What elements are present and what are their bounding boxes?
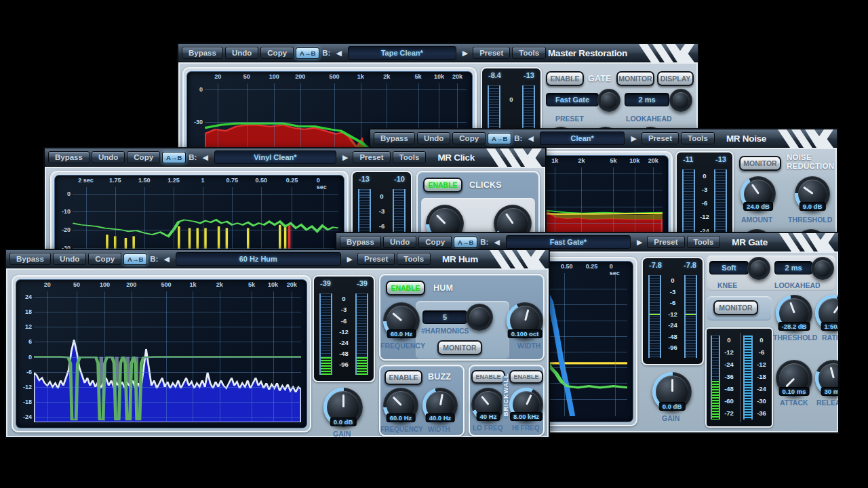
waves-logo-icon xyxy=(778,233,835,251)
next-preset-button[interactable]: ▶ xyxy=(634,237,645,248)
buzz-frequency-knob[interactable]: 60.0 Hz xyxy=(383,388,418,423)
prev-preset-button[interactable]: ◀ xyxy=(199,152,210,163)
next-preset-button[interactable]: ▶ xyxy=(340,152,351,163)
hum-enable-button[interactable]: ENABLE xyxy=(386,281,425,296)
brickwall-lo-enable-button[interactable]: ENABLE xyxy=(471,370,505,384)
attack-label: ATTACK xyxy=(780,399,808,407)
gain-knob[interactable]: 0.0 dB xyxy=(323,388,363,427)
next-preset-button[interactable]: ▶ xyxy=(628,133,639,144)
bypass-button[interactable]: Bypass xyxy=(48,151,90,163)
next-preset-button[interactable]: ▶ xyxy=(460,47,471,59)
copy-button[interactable]: Copy xyxy=(452,132,486,144)
hum-monitor-button[interactable]: MONITOR xyxy=(437,340,482,355)
preset-field[interactable]: Tape Clean* xyxy=(348,46,456,60)
bypass-button[interactable]: Bypass xyxy=(9,253,51,265)
gate-display-button[interactable]: DISPLAY xyxy=(657,71,694,86)
undo-button[interactable]: Undo xyxy=(383,236,416,248)
ab-compare-button[interactable]: A→B xyxy=(488,133,511,144)
gate-monitor-button[interactable]: MONITOR xyxy=(616,71,654,86)
buzz-enable-button[interactable]: ENABLE xyxy=(384,370,422,385)
hum-width-knob[interactable]: 0.100 oct xyxy=(507,302,543,339)
preset-menu-button[interactable]: Preset xyxy=(473,47,510,59)
prev-preset-button[interactable]: ◀ xyxy=(491,237,502,248)
buzz-width-knob[interactable]: 40.0 Hz xyxy=(422,388,458,423)
tools-menu-button[interactable]: Tools xyxy=(687,236,721,248)
amount-knob[interactable]: 24.0 dB xyxy=(741,176,776,211)
next-preset-button[interactable]: ▶ xyxy=(344,253,355,265)
tick-label: 20 xyxy=(214,73,221,80)
brickwall-hi-enable-button[interactable]: ENABLE xyxy=(509,370,543,384)
tick-label: -30 xyxy=(757,397,766,405)
ab-compare-button[interactable]: A→B xyxy=(162,152,186,163)
preset-field[interactable]: 60 Hz Hum xyxy=(176,252,341,266)
hi-freq-knob[interactable]: 8.00 kHz xyxy=(509,388,543,422)
bypass-button[interactable]: Bypass xyxy=(340,236,381,248)
preset-menu-button[interactable]: Preset xyxy=(357,253,395,265)
undo-button[interactable]: Undo xyxy=(53,253,86,265)
knee-knob[interactable] xyxy=(747,257,770,280)
tick-label: -24 xyxy=(668,321,677,329)
preset-field[interactable]: Clean* xyxy=(540,131,625,145)
preset-menu-button[interactable]: Preset xyxy=(353,151,390,163)
prev-preset-button[interactable]: ◀ xyxy=(525,133,536,144)
tick-label: 0 xyxy=(28,354,32,361)
gate-monitor-button[interactable]: MONITOR xyxy=(713,300,758,315)
gain-knob[interactable]: 0.0 dB xyxy=(652,372,692,411)
tools-menu-button[interactable]: Tools xyxy=(681,132,715,144)
gate-lookahead-display[interactable]: 2 ms xyxy=(625,93,669,106)
tools-menu-button[interactable]: Tools xyxy=(512,47,546,59)
undo-button[interactable]: Undo xyxy=(417,132,450,144)
gate-preset-knob[interactable] xyxy=(597,89,620,112)
attack-knob[interactable]: 0.10 ms xyxy=(776,360,812,396)
copy-button[interactable]: Copy xyxy=(418,236,452,248)
hum-frequency-knob[interactable]: 60.0 Hz xyxy=(383,302,420,339)
harmonics-display[interactable]: 5 xyxy=(422,310,467,324)
ratio-knob[interactable]: 1:50.0 xyxy=(815,295,839,331)
knee-display[interactable]: Soft xyxy=(709,261,749,274)
lo-freq-knob[interactable]: 40 Hz xyxy=(471,388,505,422)
lookahead-knob[interactable] xyxy=(811,257,834,280)
lookahead-label: LOOKAHEAD xyxy=(774,281,821,289)
preset-menu-button[interactable]: Preset xyxy=(642,132,679,144)
release-knob[interactable]: 30 ms xyxy=(815,360,839,396)
copy-button[interactable]: Copy xyxy=(88,253,121,265)
lookahead-display[interactable]: 2 ms xyxy=(774,261,812,274)
preset-menu-button[interactable]: Preset xyxy=(647,236,684,248)
waves-logo-icon xyxy=(776,129,833,148)
bypass-button[interactable]: Bypass xyxy=(182,47,223,59)
preset-field[interactable]: Fast Gate* xyxy=(506,235,631,249)
gate-section-label: GATE xyxy=(588,74,612,83)
gate-threshold-knob[interactable]: -28.2 dB xyxy=(776,295,812,331)
tick-label: 1 xyxy=(201,177,205,184)
noise-monitor-button[interactable]: MONITOR xyxy=(739,156,781,171)
harmonics-knob[interactable] xyxy=(466,304,493,331)
tick-label: -6 xyxy=(702,199,707,207)
gate-enable-button[interactable]: ENABLE xyxy=(546,71,584,86)
prev-preset-button[interactable]: ◀ xyxy=(333,47,344,59)
undo-button[interactable]: Undo xyxy=(92,151,125,163)
prev-preset-button[interactable]: ◀ xyxy=(161,253,172,265)
tick-label: -12 xyxy=(668,310,677,317)
ab-compare-button[interactable]: A→B xyxy=(454,237,477,248)
ab-compare-button[interactable]: A→B xyxy=(123,253,147,265)
bypass-button[interactable]: Bypass xyxy=(374,132,415,144)
tick-label: -6 xyxy=(341,317,347,324)
copy-button[interactable]: Copy xyxy=(260,47,294,59)
noise-threshold-knob[interactable]: 9.0 dB xyxy=(795,176,830,211)
ab-compare-button[interactable]: A→B xyxy=(296,47,319,59)
gate-lookahead-knob[interactable] xyxy=(669,89,692,112)
clicks-enable-button[interactable]: ENABLE xyxy=(423,178,462,192)
tools-menu-button[interactable]: Tools xyxy=(393,151,427,163)
clicks-section-label: CLICKS xyxy=(469,180,502,190)
tick-label: -12 xyxy=(724,348,734,356)
tick-label: -3 xyxy=(341,306,347,313)
preset-field[interactable]: Vinyl Clean* xyxy=(214,150,336,164)
undo-button[interactable]: Undo xyxy=(225,47,258,59)
gate-preset-display[interactable]: Fast Gate xyxy=(546,93,599,106)
tick-label: 2k xyxy=(383,73,390,80)
copy-button[interactable]: Copy xyxy=(127,151,160,163)
tools-menu-button[interactable]: Tools xyxy=(397,253,431,265)
tick-label: 100 xyxy=(100,281,110,288)
level-axis: 0-10-20-30-40 xyxy=(55,187,73,256)
tick-label: -6 xyxy=(670,299,675,306)
